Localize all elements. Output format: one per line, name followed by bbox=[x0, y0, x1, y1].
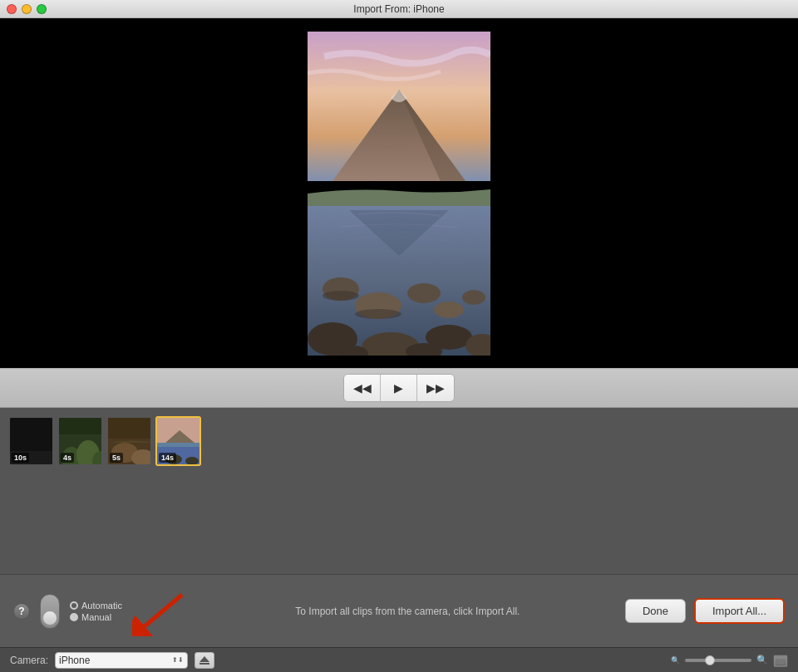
action-buttons: Done Import All... bbox=[625, 598, 785, 624]
thumbnail-4[interactable]: 14s bbox=[155, 416, 201, 466]
video-preview-area bbox=[0, 18, 798, 368]
svg-point-5 bbox=[434, 302, 464, 318]
thumb-label-3: 5s bbox=[110, 453, 123, 463]
thumb-label-2: 4s bbox=[61, 453, 74, 463]
toggle-labels: Automatic Manual bbox=[70, 601, 122, 622]
zoom-slider-area: 🔍 🔍 bbox=[221, 655, 788, 666]
camera-row: Camera: iPhone ⬆⬇ 🔍 🔍 bbox=[0, 647, 798, 672]
import-all-button[interactable]: Import All... bbox=[694, 598, 785, 624]
auto-manual-toggle: Automatic Manual bbox=[40, 594, 122, 629]
transport-controls: ◀◀ ▶ ▶▶ bbox=[343, 374, 455, 402]
manual-option[interactable]: Manual bbox=[70, 612, 122, 622]
automatic-option[interactable]: Automatic bbox=[70, 601, 122, 611]
window-controls[interactable] bbox=[7, 4, 47, 14]
window-title: Import From: iPhone bbox=[353, 3, 444, 15]
fast-forward-button[interactable]: ▶▶ bbox=[417, 375, 454, 401]
svg-rect-34 bbox=[200, 663, 209, 665]
thumbnail-1[interactable]: 10s bbox=[8, 416, 54, 466]
manual-label: Manual bbox=[81, 612, 111, 622]
camera-select[interactable]: iPhone ⬆⬇ bbox=[55, 652, 188, 669]
svg-line-32 bbox=[145, 595, 182, 626]
maximize-button[interactable] bbox=[37, 4, 47, 14]
minimize-button[interactable] bbox=[22, 4, 32, 14]
select-arrow-icon: ⬆⬇ bbox=[172, 656, 184, 664]
svg-point-6 bbox=[462, 290, 485, 305]
thumbnail-3[interactable]: 5s bbox=[106, 416, 152, 466]
title-bar: Import From: iPhone bbox=[0, 0, 798, 18]
manual-radio[interactable] bbox=[70, 613, 78, 621]
rewind-button[interactable]: ◀◀ bbox=[344, 375, 381, 401]
svg-point-8 bbox=[355, 309, 401, 319]
slider-thumb[interactable] bbox=[705, 655, 715, 665]
close-button[interactable] bbox=[7, 4, 17, 14]
toggle-thumb bbox=[42, 611, 57, 625]
arrow-indicator bbox=[132, 586, 190, 636]
thumb-label-1: 10s bbox=[12, 453, 29, 463]
thumb-label-4: 14s bbox=[159, 453, 176, 463]
camera-value: iPhone bbox=[59, 655, 90, 666]
zoom-slider[interactable] bbox=[685, 659, 751, 662]
done-button[interactable]: Done bbox=[625, 599, 686, 623]
toggle-switch[interactable] bbox=[40, 594, 60, 629]
svg-rect-21 bbox=[59, 418, 103, 434]
transport-bar: ◀◀ ▶ ▶▶ bbox=[0, 368, 798, 408]
help-button[interactable]: ? bbox=[13, 603, 30, 620]
svg-rect-36 bbox=[776, 660, 785, 665]
import-hint: To Import all clips from the camera, cli… bbox=[200, 606, 615, 617]
camera-label: Camera: bbox=[10, 655, 48, 666]
fullscreen-button[interactable] bbox=[773, 655, 788, 666]
import-hint-text: To Import all clips from the camera, cli… bbox=[295, 606, 520, 617]
video-frame bbox=[308, 32, 490, 356]
empty-space bbox=[0, 474, 798, 574]
eject-button[interactable] bbox=[195, 652, 214, 669]
automatic-radio[interactable] bbox=[70, 601, 78, 610]
automatic-label: Automatic bbox=[81, 601, 122, 611]
thumbnail-2[interactable]: 4s bbox=[57, 416, 103, 466]
svg-point-7 bbox=[323, 291, 359, 301]
zoom-icon-small: 🔍 bbox=[671, 656, 680, 665]
zoom-icon-large: 🔍 bbox=[756, 655, 768, 665]
svg-point-30 bbox=[185, 457, 199, 465]
svg-marker-33 bbox=[200, 656, 209, 662]
svg-rect-25 bbox=[108, 418, 152, 439]
svg-point-4 bbox=[407, 283, 441, 303]
thumbnails-area: 10s 4s bbox=[0, 408, 798, 474]
bottom-controls: ? Automatic Manual bbox=[0, 574, 798, 647]
play-button[interactable]: ▶ bbox=[381, 375, 417, 401]
